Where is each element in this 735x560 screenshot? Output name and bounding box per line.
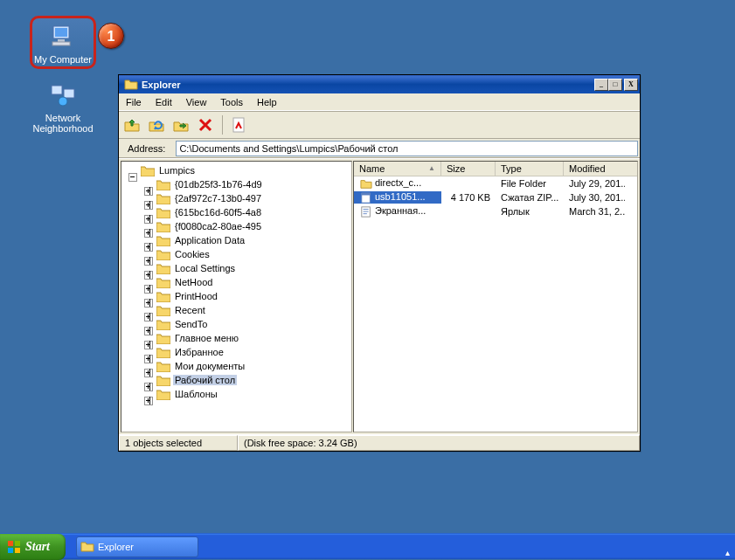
- svg-rect-5: [64, 89, 74, 98]
- svg-point-6: [59, 97, 67, 106]
- taskbar-item-explorer[interactable]: Explorer: [76, 536, 198, 557]
- svg-rect-13: [8, 548, 13, 553]
- column-name[interactable]: Name▲: [354, 162, 441, 176]
- tree-node[interactable]: Главное меню: [123, 331, 350, 345]
- start-button[interactable]: Start: [0, 534, 66, 560]
- tree-node[interactable]: {615bc16d-60f5-4a8: [123, 205, 350, 219]
- tree-node[interactable]: Мои документы: [123, 359, 350, 373]
- menu-edit[interactable]: Edit: [149, 95, 179, 109]
- address-bar: Address: C:\Documents and Settings\Lumpi…: [119, 139, 640, 158]
- minimize-button[interactable]: _: [594, 79, 608, 91]
- tree-node[interactable]: Lumpics: [157, 165, 197, 176]
- status-bar: 1 objects selected (Disk free space: 3.2…: [119, 434, 640, 451]
- tree-node[interactable]: Local Settings: [123, 261, 350, 275]
- annotation-badge-1: 1: [98, 23, 124, 49]
- svg-rect-4: [52, 86, 62, 94]
- tree-node[interactable]: PrintHood: [123, 289, 350, 303]
- network-icon: [30, 80, 96, 110]
- folder-tree[interactable]: Lumpics {01db25f3-1b76-4d9{2af972c7-13b0…: [121, 161, 352, 432]
- svg-rect-14: [15, 548, 20, 553]
- toolbar-delete-button[interactable]: [196, 115, 215, 135]
- folder-icon: [80, 540, 94, 554]
- column-size[interactable]: Size: [441, 162, 496, 176]
- close-button[interactable]: X: [624, 79, 638, 91]
- taskbar-item-label: Explorer: [98, 542, 134, 552]
- window-title: Explorer: [142, 80, 594, 90]
- taskbar: Start Explorer: [0, 533, 735, 559]
- desktop-icon-label: My Computer: [32, 54, 94, 65]
- menu-tools[interactable]: Tools: [213, 95, 250, 109]
- svg-rect-9: [362, 193, 371, 196]
- toolbar-refresh-button[interactable]: [147, 115, 166, 135]
- tree-node[interactable]: Recent: [123, 303, 350, 317]
- menu-bar: File Edit View Tools Help: [119, 93, 640, 111]
- menu-view[interactable]: View: [179, 95, 214, 109]
- windows-logo-icon: [7, 540, 21, 554]
- svg-rect-11: [8, 541, 13, 546]
- tree-node[interactable]: Рабочий стол: [123, 373, 350, 387]
- tree-node[interactable]: Избранное: [123, 345, 350, 359]
- toolbar: [119, 111, 640, 139]
- svg-rect-12: [15, 541, 20, 546]
- tree-node[interactable]: NetHood: [123, 275, 350, 289]
- svg-rect-1: [55, 28, 67, 37]
- system-tray-caret-icon[interactable]: ▴: [725, 548, 730, 557]
- folder-icon: [141, 165, 155, 176]
- address-label: Address:: [121, 143, 170, 154]
- start-label: Start: [25, 534, 50, 560]
- toolbar-forward-button[interactable]: [171, 115, 191, 135]
- tree-node[interactable]: {2af972c7-13b0-497: [123, 191, 350, 205]
- titlebar[interactable]: Explorer _ □ X: [119, 75, 640, 93]
- computer-icon: [32, 22, 94, 52]
- desktop-icon-label: Network Neighborhood: [30, 113, 96, 134]
- file-row[interactable]: directx_c...File FolderJuly 29, 201...: [354, 176, 637, 190]
- toolbar-properties-button[interactable]: [230, 115, 249, 135]
- file-list[interactable]: Name▲ Size Type Modified directx_c...Fil…: [353, 161, 638, 432]
- address-input[interactable]: C:\Documents and Settings\Lumpics\Рабочи…: [176, 141, 638, 156]
- maximize-button[interactable]: □: [608, 79, 622, 91]
- svg-rect-3: [52, 42, 70, 45]
- toolbar-separator: [222, 115, 223, 135]
- status-left: 1 objects selected: [119, 435, 238, 451]
- tree-node[interactable]: {01db25f3-1b76-4d9: [123, 177, 350, 191]
- explorer-window: Explorer _ □ X File Edit View Tools Help…: [118, 74, 641, 452]
- desktop-icon-network[interactable]: Network Neighborhood: [30, 80, 96, 134]
- tree-node[interactable]: Application Data: [123, 233, 350, 247]
- toolbar-up-button[interactable]: [122, 115, 142, 135]
- menu-help[interactable]: Help: [250, 95, 284, 109]
- status-right: (Disk free space: 3.24 GB): [238, 435, 640, 451]
- column-type[interactable]: Type: [496, 162, 564, 176]
- tree-node[interactable]: {f0080ca2-80ae-495: [123, 219, 350, 233]
- file-row[interactable]: Экранная...ЯрлыкMarch 31, 2...: [354, 204, 637, 218]
- folder-icon: [124, 78, 138, 92]
- file-row[interactable]: usb11051...4 170 KBСжатая ZIP...July 30,…: [354, 190, 637, 204]
- tree-node[interactable]: SendTo: [123, 317, 350, 331]
- column-modified[interactable]: Modified: [564, 162, 637, 176]
- desktop-icon-my-computer[interactable]: My Computer: [30, 16, 96, 69]
- tree-node[interactable]: Cookies: [123, 247, 350, 261]
- menu-file[interactable]: File: [119, 95, 149, 109]
- list-header: Name▲ Size Type Modified: [354, 162, 637, 176]
- tree-node[interactable]: Шаблоны: [123, 387, 350, 401]
